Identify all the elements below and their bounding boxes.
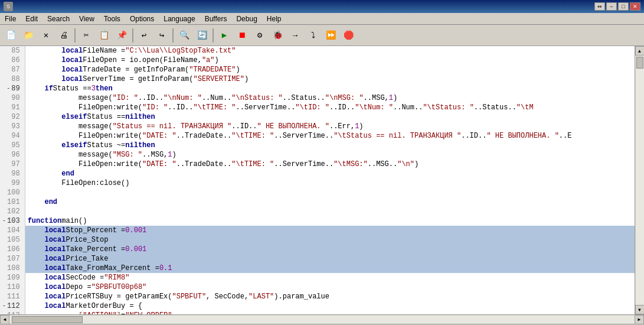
menu-bar: File Edit Search View Tools Options Lang… <box>0 13 644 25</box>
code-line: message("ID: "..ID.."\nNum: "..Num.."\nS… <box>25 93 635 103</box>
line-number: 110 <box>2 282 22 292</box>
vertical-scrollbar[interactable]: ▲ ▼ <box>635 46 644 314</box>
h-scroll-thumb[interactable] <box>12 316 83 323</box>
menu-buffers[interactable]: Buffers <box>200 13 232 24</box>
find-btn[interactable]: 🔍 <box>176 27 192 44</box>
continue-btn[interactable]: ⏩ <box>322 27 339 44</box>
scroll-down-arrow[interactable]: ▼ <box>635 305 645 314</box>
code-line: local MarketOrderBuy = { <box>25 301 635 311</box>
line-number: 90 <box>2 93 22 103</box>
code-line: end <box>25 197 635 207</box>
stop-debug-btn[interactable]: 🛑 <box>340 27 357 44</box>
new-btn[interactable]: 📄 <box>2 27 19 44</box>
scroll-right-arrow[interactable]: ▶ <box>635 315 644 324</box>
line-number: - 103 <box>2 216 22 226</box>
scroll-thumb[interactable] <box>636 57 643 69</box>
sep2 <box>132 28 133 43</box>
line-number: 97 <box>2 160 22 169</box>
code-line: if Status == 3 then <box>25 84 635 93</box>
app-icon: S <box>4 2 13 11</box>
code-line: function main() <box>25 216 635 226</box>
step-btn[interactable]: → <box>287 27 303 44</box>
maximize-btn[interactable]: □ <box>618 2 629 11</box>
menu-help[interactable]: Help <box>262 13 286 24</box>
menu-tools[interactable]: Tools <box>99 13 125 24</box>
code-line: local FileOpen = io.open(FileName,"a") <box>25 56 635 65</box>
sep4 <box>213 28 214 43</box>
code-line <box>25 188 635 197</box>
code-line: local PriceRTSBuy = getParamEx("SPBFUT",… <box>25 292 635 301</box>
editor-container: 85868788- 899091929394959697989910010110… <box>0 46 644 314</box>
code-line: elseif Status ~= nil then <box>25 141 635 150</box>
run-btn[interactable]: ▶ <box>216 27 233 44</box>
title-bar-left: S <box>4 2 15 11</box>
replace-btn[interactable]: 🔄 <box>194 27 210 44</box>
menu-edit[interactable]: Edit <box>21 13 43 24</box>
open-btn[interactable]: 📁 <box>20 27 37 44</box>
code-line: ["ACTION"] = "NEW_ORDER", <box>25 311 635 314</box>
line-number: 87 <box>2 65 22 74</box>
line-number: 109 <box>2 273 22 282</box>
line-number: 101 <box>2 197 22 207</box>
menu-options[interactable]: Options <box>125 13 159 24</box>
close-file-btn[interactable]: ✕ <box>38 27 54 44</box>
line-numbers: 85868788- 899091929394959697989910010110… <box>0 46 25 314</box>
line-number: 108 <box>2 264 22 273</box>
line-number: 88 <box>2 74 22 84</box>
sep3 <box>172 28 174 43</box>
code-line: local ServerTime = getInfoParam("SERVERT… <box>25 74 635 84</box>
code-line: local TradeDate = getInfoParam("TRADEDAT… <box>25 65 635 74</box>
paste-btn[interactable]: 📌 <box>113 27 130 44</box>
code-line: FileOpen:write("DATE: "..TradeDate.."\tT… <box>25 160 635 169</box>
sep1 <box>74 28 76 43</box>
code-line: end <box>25 169 635 178</box>
code-area[interactable]: local FileName = "C:\\Lua\\LogStopTake.t… <box>25 46 635 314</box>
line-number: 111 <box>2 292 22 301</box>
redo-btn[interactable]: ↪ <box>153 27 170 44</box>
code-line: local Price_Take <box>25 254 635 264</box>
line-number: 91 <box>2 103 22 112</box>
menu-search[interactable]: Search <box>43 13 74 24</box>
cut-btn[interactable]: ✂ <box>78 27 94 44</box>
horizontal-scrollbar[interactable]: ◀ ▶ <box>0 314 644 324</box>
line-number: 102 <box>2 207 22 216</box>
code-line: local SecCode = "RIM8" <box>25 273 635 282</box>
scroll-track[interactable] <box>636 56 644 305</box>
undo-btn[interactable]: ↩ <box>136 27 152 44</box>
code-line: elseif Status == nil then <box>25 112 635 122</box>
toolbar: 📄 📁 ✕ 🖨 ✂ 📋 📌 ↩ ↪ 🔍 🔄 ▶ ⏹ ⚙ 🐞 → ⤵ ⏩ 🛑 <box>0 25 644 46</box>
menu-file[interactable]: File <box>0 13 21 24</box>
line-number: 93 <box>2 122 22 131</box>
line-number: 105 <box>2 235 22 245</box>
code-line: local Price_Stop <box>25 235 635 245</box>
line-number: 106 <box>2 245 22 254</box>
code-line: local Stop_Percent = 0.001 <box>25 226 635 235</box>
minimize-btn[interactable]: − <box>606 2 617 11</box>
menu-view[interactable]: View <box>74 13 99 24</box>
title-bar: S ⇔ − □ ✕ <box>0 0 644 13</box>
copy-btn[interactable]: 📋 <box>96 27 112 44</box>
debug-btn[interactable]: 🐞 <box>269 27 286 44</box>
compile-btn[interactable]: ⚙ <box>251 27 268 44</box>
step-over-btn[interactable]: ⤵ <box>305 27 321 44</box>
stop-btn[interactable]: ⏹ <box>234 27 250 44</box>
menu-debug[interactable]: Debug <box>231 13 261 24</box>
line-number: 94 <box>2 131 22 141</box>
line-number: 104 <box>2 226 22 235</box>
close-btn[interactable]: ✕ <box>630 2 640 11</box>
h-scroll-track[interactable] <box>9 316 635 324</box>
line-number: 100 <box>2 188 22 197</box>
code-line: local Take_FromMax_Percent = 0.1 <box>25 264 635 273</box>
line-number: 95 <box>2 141 22 150</box>
code-line: FileOpen:write("DATE: "..TradeDate.."\tT… <box>25 131 635 141</box>
line-number: 98 <box>2 169 22 178</box>
print-btn[interactable]: 🖨 <box>55 27 72 44</box>
title-exchange-btn[interactable]: ⇔ <box>594 2 605 11</box>
scroll-left-arrow[interactable]: ◀ <box>0 315 9 324</box>
scroll-up-arrow[interactable]: ▲ <box>635 46 645 56</box>
line-number: - 112 <box>2 301 22 311</box>
line-number: 85 <box>2 46 22 56</box>
menu-language[interactable]: Language <box>159 13 200 24</box>
line-number: 99 <box>2 178 22 188</box>
code-line: local Depo = "SPBFUT00p68" <box>25 282 635 292</box>
